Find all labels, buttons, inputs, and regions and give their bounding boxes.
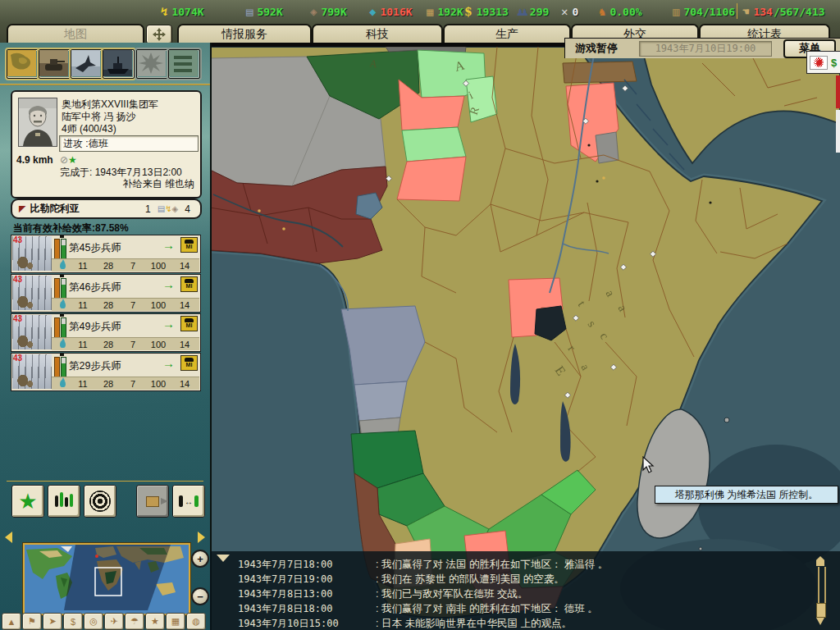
reorganize-button[interactable]: ↔ <box>172 485 205 518</box>
pause-status-label: 游戏暂停 <box>575 41 639 56</box>
rare-materials-icon: ◈ <box>310 6 317 17</box>
view-units-button[interactable] <box>168 49 200 79</box>
resource-transports: ✕ 0 <box>561 2 578 21</box>
minimap[interactable] <box>23 543 190 615</box>
resource-money: $ 19313 <box>464 2 509 21</box>
view-map-button[interactable] <box>7 49 39 79</box>
organisation-button[interactable] <box>48 485 80 518</box>
tab-intelligence[interactable]: 情报服务 <box>177 24 312 43</box>
division-row[interactable]: 43 第46步兵师 → MI 11 28 7 100 14 <box>11 274 201 313</box>
supply-efficiency-label: 当前有效补给效率:87.58% <box>13 221 129 235</box>
trade-popup[interactable]: $ <box>806 51 840 74</box>
world-map[interactable]: A i R A t a s c a E r a <box>210 47 840 630</box>
view-navy-button[interactable] <box>103 49 135 79</box>
view-combat-button[interactable] <box>136 49 168 79</box>
tab-map[interactable]: 地图 <box>7 24 144 43</box>
resource-value: 592K <box>257 6 282 18</box>
money-icon: $ <box>464 6 472 17</box>
metal-icon: ▤ <box>158 204 165 213</box>
resource-rare-materials: ◈ 799K <box>310 2 347 21</box>
scrollbar-thumb[interactable] <box>816 603 826 618</box>
energy-icon: ↯ <box>165 204 171 213</box>
battle-burst-icon <box>137 50 166 76</box>
resource-metal: ▤ 592K <box>246 2 283 21</box>
zoom-in-button[interactable]: + <box>191 550 209 568</box>
resource-value: 192K <box>437 6 463 18</box>
weather-icon: ☂ <box>130 616 139 627</box>
resource-energy: ↯ 1074K <box>161 2 204 21</box>
objective-button[interactable]: ★ <box>11 485 44 518</box>
mapmode-partisan-button[interactable]: ➤ <box>43 613 62 630</box>
log-timestamp: 1943年7月7日19:00 <box>238 573 376 587</box>
tab-label: 科技 <box>366 27 389 42</box>
province-bar[interactable]: ◤ 比勒陀利亚 1 ▤↯◈ 4 <box>11 199 202 219</box>
division-row[interactable]: 43 第29步兵师 → MI 11 28 7 100 14 <box>11 353 201 391</box>
tab-technology[interactable]: 科技 <box>312 24 443 43</box>
view-airforce-button[interactable] <box>71 49 103 79</box>
division-stats: 11 28 7 100 14 <box>52 377 199 390</box>
resource-dissent: ♞ 0.00% <box>599 2 642 21</box>
resource-supplies: ▦ 192K <box>427 2 463 21</box>
mapmode-victory-button[interactable]: ★ <box>145 613 165 630</box>
mapmode-resources-button[interactable]: ◎ <box>84 613 103 630</box>
resource-value-red: 134 <box>753 6 772 18</box>
province-right-value: 4 <box>185 203 190 215</box>
mapmode-terrain-button[interactable]: ▲ <box>2 613 21 630</box>
resource-value: 1016K <box>380 6 412 18</box>
tab-label: 地图 <box>64 27 87 42</box>
plane-icon: ✈ <box>110 616 117 627</box>
bullseye-icon <box>89 491 111 512</box>
mapmode-economy-button[interactable]: $ <box>63 613 83 630</box>
mapmode-political-button[interactable]: ⚑ <box>22 613 42 630</box>
supply-drop-icon <box>60 340 66 348</box>
resource-value: 1074K <box>171 6 203 18</box>
map-scroll-button[interactable] <box>146 25 172 44</box>
unit-silhouettes-icon <box>169 50 198 76</box>
supply-source: 补给来自 维也纳 <box>12 177 194 191</box>
scrollbar-track[interactable] <box>818 567 826 603</box>
division-row[interactable]: 43 第49步兵师 → MI 11 28 7 100 14 <box>11 313 201 352</box>
log-scrollbar[interactable] <box>815 556 825 625</box>
supply-drop-icon <box>60 262 66 269</box>
bar-tick <box>60 235 64 238</box>
resource-value: 299 <box>530 6 549 18</box>
rare-materials-icon: ◈ <box>172 204 179 213</box>
mapmode-aviation-button[interactable]: ✈ <box>104 613 124 630</box>
edge-clipped-popup <box>836 110 840 153</box>
log-timestamp: 1943年7月10日15:00 <box>238 617 376 630</box>
resource-value: 799K <box>321 6 346 18</box>
resource-value: 0 <box>572 6 578 18</box>
current-order-box: 进攻 :德班 <box>59 135 199 152</box>
mapmode-weather-button[interactable]: ☂ <box>125 613 144 630</box>
unit-speed: 4.9 kmh <box>16 154 53 166</box>
transport-button[interactable] <box>136 485 169 518</box>
zoom-out-button[interactable]: − <box>191 587 209 605</box>
mapmode-revolt-button[interactable]: ◍ <box>186 613 206 630</box>
resource-value: 704/1106 <box>683 6 735 18</box>
target-button[interactable] <box>84 485 116 518</box>
brigade-badge: MI <box>180 237 198 253</box>
mapmode-supply-button[interactable]: ▦ <box>166 613 185 630</box>
division-stats: 11 28 7 100 14 <box>52 337 199 350</box>
scroll-left-arrow[interactable] <box>5 532 12 543</box>
log-collapse-arrow[interactable] <box>217 555 230 562</box>
moving-arrow-icon: → <box>162 277 175 291</box>
flag-icon: ⚑ <box>28 616 36 627</box>
transports-icon: ✕ <box>561 6 568 17</box>
hand-icon: ➤ <box>48 616 56 627</box>
divider <box>7 481 203 482</box>
cancel-order-icon[interactable]: ⊘ <box>60 154 68 166</box>
resource-value-green: /567/413 <box>774 6 825 18</box>
division-row[interactable]: 43 第45步兵师 → MI 11 28 7 100 14 <box>11 235 201 273</box>
view-army-button[interactable] <box>39 49 71 79</box>
log-text: 我们赢得了对 法国 的胜利在如下地区： 雅温得 。 <box>381 559 608 570</box>
tab-production[interactable]: 生产 <box>443 24 571 43</box>
land-forces-icon: ☚ <box>742 6 749 17</box>
division-stats: 11 28 7 100 14 <box>52 258 199 272</box>
green-star-icon: ★ <box>18 491 37 512</box>
scrollbar-up-arrow[interactable] <box>816 556 824 566</box>
division-name: 第45步兵师 <box>69 241 121 255</box>
scrollbar-down-arrow[interactable] <box>816 618 824 625</box>
scroll-right-arrow[interactable] <box>198 532 205 543</box>
map-viewport[interactable]: A i R A t a s c a E r a <box>210 43 840 630</box>
